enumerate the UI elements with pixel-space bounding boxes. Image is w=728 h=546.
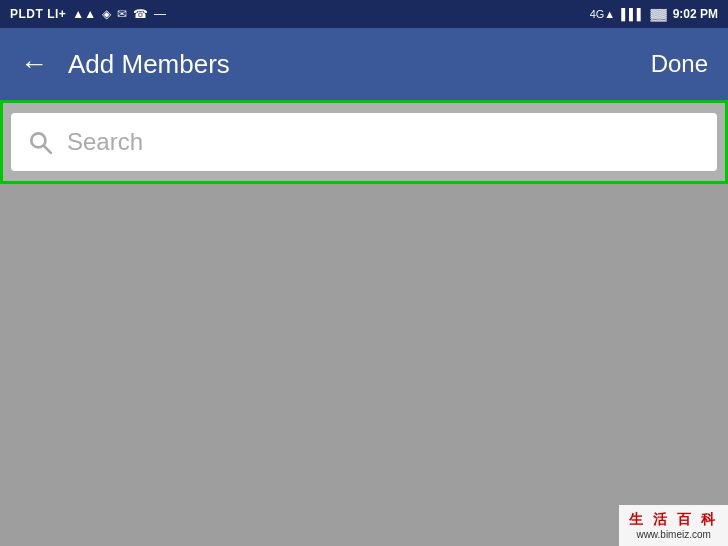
- app-bar: ← Add Members Done: [0, 28, 728, 100]
- page-title: Add Members: [68, 49, 651, 80]
- search-icon: [27, 129, 53, 155]
- network-type-icon: 4G▲: [590, 8, 616, 20]
- message-icon: ✉: [117, 7, 127, 21]
- search-container: [0, 100, 728, 184]
- svg-line-1: [44, 146, 51, 153]
- battery-icon: ▓▓: [651, 8, 667, 20]
- main-content: [0, 184, 728, 544]
- search-box: [11, 113, 717, 171]
- minus-icon: —: [154, 7, 166, 21]
- status-bar-right: 4G▲ ▌▌▌ ▓▓ 9:02 PM: [590, 7, 718, 21]
- phone-icon: ☎: [133, 7, 148, 21]
- done-button[interactable]: Done: [651, 50, 708, 78]
- carrier-text: PLDT LI+: [10, 7, 66, 21]
- search-input[interactable]: [67, 128, 701, 156]
- watermark-line2: www.bimeiz.com: [636, 529, 710, 540]
- signal-strength-icon: ▌▌▌: [621, 8, 644, 20]
- back-arrow-icon: ←: [20, 48, 48, 80]
- back-button[interactable]: ←: [20, 48, 48, 80]
- status-bar: PLDT LI+ ▲▲ ◈ ✉ ☎ — 4G▲ ▌▌▌ ▓▓ 9:02 PM: [0, 0, 728, 28]
- watermark: 生 活 百 科 www.bimeiz.com: [619, 505, 728, 546]
- status-bar-left: PLDT LI+ ▲▲ ◈ ✉ ☎ —: [10, 7, 166, 21]
- signal-icon: ▲▲: [72, 7, 96, 21]
- watermark-line1: 生 活 百 科: [629, 511, 718, 529]
- status-time: 9:02 PM: [673, 7, 718, 21]
- wifi-icon: ◈: [102, 7, 111, 21]
